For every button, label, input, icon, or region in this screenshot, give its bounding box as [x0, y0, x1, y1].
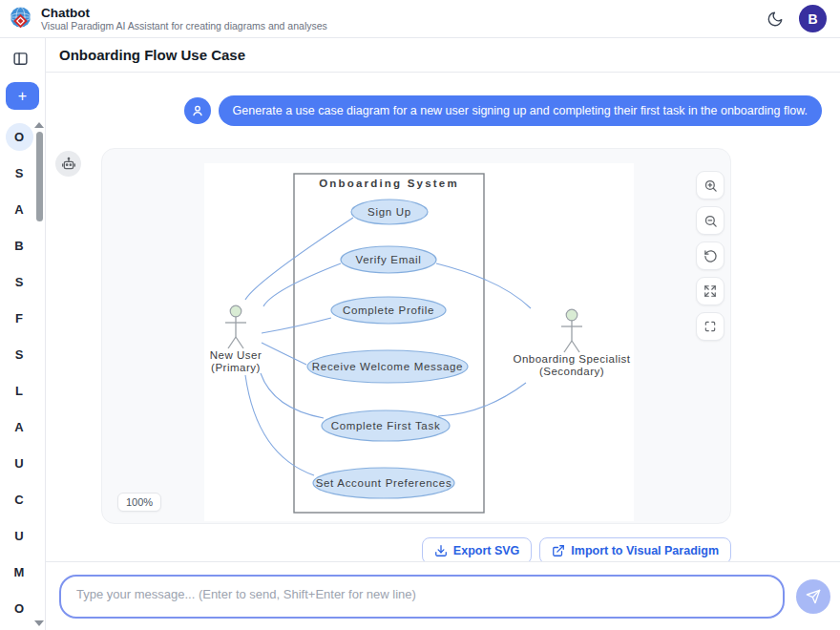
sidebar-item-conversation[interactable]: S: [0, 155, 38, 191]
actor-role-label: (Primary): [211, 362, 261, 373]
sidebar-item-conversation[interactable]: L: [0, 372, 38, 409]
assistant-message-row: Onboarding SystemSign UpVerify EmailComp…: [46, 148, 840, 524]
use-case-label: Verify Email: [355, 254, 421, 265]
external-link-icon: [552, 544, 565, 557]
conversation-initial: A: [6, 413, 33, 441]
sidebar-item-conversation[interactable]: S: [0, 263, 38, 300]
actor-figure: [225, 305, 246, 348]
page-title: Onboarding Flow Use Case: [59, 47, 245, 63]
theme-toggle-button[interactable]: [763, 7, 788, 32]
reset-view-button[interactable]: [696, 242, 724, 270]
sidebar-toggle-button[interactable]: [9, 47, 32, 71]
app-title: Chatbot: [41, 6, 763, 20]
use-case-label: Receive Welcome Message: [312, 361, 463, 372]
use-case-diagram-svg: Onboarding SystemSign UpVerify EmailComp…: [204, 163, 634, 521]
conversation-initial: S: [6, 159, 33, 187]
conversation-initial: A: [6, 196, 33, 223]
sidebar-item-conversation[interactable]: F: [0, 300, 38, 336]
actor-name-label: New User: [210, 349, 262, 361]
message-input[interactable]: [61, 577, 783, 617]
zoom-out-icon: [704, 214, 718, 228]
message-input-box: [59, 575, 785, 619]
zoom-level-badge: 100%: [117, 493, 161, 512]
expand-arrows-icon: [704, 284, 717, 298]
person-icon: [190, 103, 205, 118]
chat-scroll-area[interactable]: Generate a use case diagram for a new us…: [46, 73, 840, 561]
user-message-bubble: Generate a use case diagram for a new us…: [219, 95, 822, 126]
conversation-sidebar: + OSABSFSLAUCUMO: [0, 38, 46, 630]
sidebar-scroll-down-arrow[interactable]: [34, 620, 44, 626]
conversation-titlebar: Onboarding Flow Use Case: [46, 38, 840, 73]
conversation-initial: U: [6, 450, 33, 477]
composer-bar: [46, 561, 840, 630]
top-header: Chatbot Visual Paradigm AI Assistant for…: [0, 0, 840, 38]
main-area: Onboarding Flow Use Case Generate a use …: [46, 38, 840, 630]
export-svg-button[interactable]: Export SVG: [422, 537, 532, 561]
sidebar-item-conversation[interactable]: U: [0, 445, 38, 481]
diagram-panel: Onboarding SystemSign UpVerify EmailComp…: [101, 148, 731, 524]
send-button[interactable]: [796, 579, 830, 614]
conversation-initial: U: [6, 522, 33, 550]
app-title-block: Chatbot Visual Paradigm AI Assistant for…: [41, 6, 763, 32]
sidebar-item-conversation[interactable]: C: [0, 481, 38, 517]
conversation-list: OSABSFSLAUCUMO: [0, 118, 38, 626]
actor-role-label: (Secondary): [539, 366, 604, 377]
conversation-initial: S: [6, 268, 33, 296]
fit-view-button[interactable]: [696, 277, 724, 305]
bot-avatar: [55, 151, 81, 177]
sidebar-item-conversation[interactable]: M: [0, 554, 38, 590]
panel-left-icon: [12, 51, 29, 67]
actor-name-label: Onboarding Specialist: [513, 353, 630, 365]
sidebar-item-conversation[interactable]: O: [0, 118, 38, 155]
conversation-initial: S: [6, 341, 33, 368]
import-label: Import to Visual Paradigm: [571, 544, 719, 557]
user-avatar: [184, 97, 211, 124]
sidebar-item-conversation[interactable]: O: [0, 590, 38, 626]
paper-plane-icon: [806, 589, 821, 604]
use-case-label: Set Account Preferences: [316, 477, 452, 489]
app-subtitle: Visual Paradigm AI Assistant for creatin…: [41, 20, 763, 32]
sidebar-item-conversation[interactable]: A: [0, 191, 38, 227]
fullscreen-button[interactable]: [696, 312, 724, 341]
system-boundary-label: Onboarding System: [319, 178, 459, 189]
conversation-initial: C: [6, 486, 33, 514]
user-message-row: Generate a use case diagram for a new us…: [46, 95, 840, 126]
export-svg-label: Export SVG: [453, 544, 519, 557]
diagram-actions-row: Export SVG Import to Visual Paradigm: [46, 537, 840, 561]
moon-icon: [766, 10, 784, 28]
new-chat-button[interactable]: +: [6, 82, 39, 110]
sidebar-item-conversation[interactable]: U: [0, 517, 38, 554]
zoom-out-button[interactable]: [696, 206, 724, 235]
diagram-zoom-controls: [696, 171, 724, 341]
sidebar-item-conversation[interactable]: S: [0, 336, 38, 372]
conversation-initial: L: [6, 377, 33, 405]
sidebar-item-conversation[interactable]: B: [0, 227, 38, 263]
chatbot-app: Chatbot Visual Paradigm AI Assistant for…: [0, 0, 840, 630]
actor-figure: [561, 309, 582, 352]
use-case-label: Complete Profile: [343, 304, 434, 316]
import-to-visual-paradigm-button[interactable]: Import to Visual Paradigm: [539, 537, 731, 561]
zoom-in-icon: [704, 178, 718, 193]
rotate-ccw-icon: [704, 249, 718, 263]
sidebar-item-conversation[interactable]: A: [0, 409, 38, 445]
use-case-label: Sign Up: [368, 206, 411, 218]
plus-icon: +: [18, 89, 27, 104]
sidebar-scroll-up-arrow[interactable]: [34, 122, 44, 128]
diagram-canvas[interactable]: Onboarding SystemSign UpVerify EmailComp…: [204, 163, 634, 521]
user-profile-avatar[interactable]: B: [799, 5, 827, 32]
robot-icon: [61, 157, 76, 172]
conversation-initial: F: [6, 304, 33, 332]
download-icon: [434, 544, 448, 557]
conversation-initial: O: [6, 595, 33, 622]
conversation-initial: B: [6, 232, 33, 260]
use-case-label: Complete First Task: [331, 420, 441, 431]
zoom-in-button[interactable]: [696, 171, 724, 200]
fullscreen-corners-icon: [704, 320, 717, 333]
sidebar-scrollbar-thumb[interactable]: [36, 132, 43, 221]
conversation-initial: O: [6, 123, 33, 151]
conversation-initial: M: [6, 558, 33, 586]
visual-paradigm-logo-icon: [8, 6, 33, 32]
